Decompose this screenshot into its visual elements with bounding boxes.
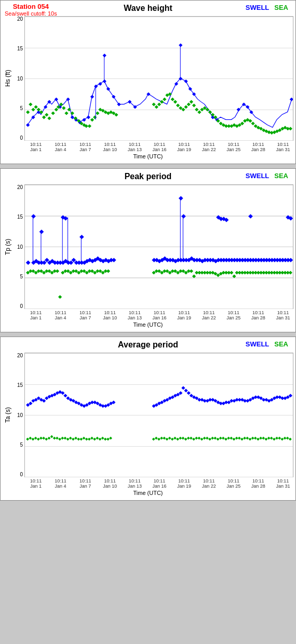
avg-period-chart: Average period SWELL SEA Ta (s) 20 15 10… xyxy=(0,337,296,501)
sea-label: SEA xyxy=(274,340,288,348)
x-tick: 10:11 Jan 7 xyxy=(75,142,96,152)
svg-rect-402 xyxy=(29,437,32,440)
svg-rect-408 xyxy=(45,438,48,441)
peak-period-svg xyxy=(25,185,293,308)
grid-line xyxy=(25,477,293,477)
svg-rect-421 xyxy=(79,438,83,441)
wave-height-x-axis: 10:11 Jan 1 10:11 Jan 4 10:11 Jan 7 10:1… xyxy=(25,141,293,152)
svg-rect-48 xyxy=(62,106,65,110)
svg-rect-428 xyxy=(99,438,102,441)
svg-rect-416 xyxy=(66,438,70,441)
x-tick: 10:11 Jan 13 xyxy=(124,310,145,320)
x-tick: 10:11 Jan 1 xyxy=(25,310,46,320)
svg-rect-71 xyxy=(160,100,164,104)
svg-rect-443 xyxy=(179,437,182,440)
svg-rect-407 xyxy=(42,437,45,440)
svg-rect-434 xyxy=(155,437,158,440)
x-tick: 10:11 Jan 28 xyxy=(248,142,268,152)
peak-period-legend: SWELL SEA xyxy=(246,172,288,180)
svg-rect-76 xyxy=(173,100,177,104)
wave-height-legend: SWELL SEA xyxy=(246,4,288,11)
svg-rect-16 xyxy=(103,79,106,83)
svg-rect-448 xyxy=(192,438,195,441)
svg-rect-25 xyxy=(184,79,187,83)
svg-rect-0 xyxy=(26,123,30,127)
svg-rect-36 xyxy=(29,103,32,106)
svg-rect-245 xyxy=(58,295,62,299)
x-tick: 10:11 Jan 1 xyxy=(25,142,46,152)
svg-rect-476 xyxy=(267,437,271,440)
svg-rect-34 xyxy=(290,98,293,101)
svg-rect-460 xyxy=(224,438,227,441)
x-tick: 10:11 Jan 31 xyxy=(273,310,293,320)
svg-rect-124 xyxy=(179,44,182,47)
svg-rect-57 xyxy=(88,124,91,128)
svg-rect-119 xyxy=(289,127,292,130)
svg-rect-68 xyxy=(152,103,156,106)
avg-period-x-title: Time (UTC) xyxy=(3,490,293,496)
svg-rect-442 xyxy=(176,438,179,441)
svg-rect-429 xyxy=(101,437,104,440)
sea-label: SEA xyxy=(274,4,288,11)
svg-rect-422 xyxy=(83,437,86,440)
svg-rect-482 xyxy=(284,437,287,440)
svg-rect-361 xyxy=(184,388,187,392)
wave-height-y-ticks: 20 15 10 5 0 xyxy=(13,16,24,141)
svg-rect-426 xyxy=(93,438,96,441)
x-tick: 10:11 Jan 22 xyxy=(198,478,219,489)
svg-rect-474 xyxy=(262,437,265,440)
wave-height-svg xyxy=(25,17,293,140)
svg-rect-444 xyxy=(182,437,185,440)
station-info: Station 054 Sea/swell cutoff: 10s xyxy=(5,3,57,17)
peak-period-y-ticks: 20 15 10 5 0 xyxy=(13,184,24,309)
avg-period-y-ticks: 20 15 10 5 0 xyxy=(13,353,24,477)
avg-period-svg xyxy=(25,353,293,477)
svg-rect-360 xyxy=(181,386,185,390)
x-tick: 10:11 Jan 10 xyxy=(100,142,120,152)
wave-height-x-title: Time (UTC) xyxy=(3,153,293,159)
svg-rect-90 xyxy=(211,113,214,116)
svg-rect-406 xyxy=(39,437,43,440)
svg-rect-472 xyxy=(257,438,260,441)
svg-rect-420 xyxy=(77,438,80,441)
svg-rect-17 xyxy=(106,87,110,91)
svg-rect-409 xyxy=(48,437,51,440)
svg-rect-13 xyxy=(90,95,94,99)
x-tick: 10:11 Jan 4 xyxy=(50,478,71,489)
svg-rect-424 xyxy=(88,438,91,441)
svg-rect-411 xyxy=(53,437,56,440)
svg-rect-81 xyxy=(187,103,191,106)
svg-rect-404 xyxy=(34,437,37,440)
svg-rect-263 xyxy=(106,270,110,273)
x-tick: 10:11 Jan 25 xyxy=(223,142,244,152)
x-tick: 10:11 Jan 28 xyxy=(248,478,268,489)
x-tick: 10:11 Jan 10 xyxy=(100,310,120,320)
sea-label: SEA xyxy=(274,172,288,180)
svg-rect-244 xyxy=(56,270,59,273)
svg-rect-423 xyxy=(85,438,88,441)
wave-height-plot xyxy=(24,16,293,141)
svg-rect-459 xyxy=(222,437,225,440)
svg-rect-440 xyxy=(171,438,174,441)
svg-rect-430 xyxy=(104,438,107,441)
svg-rect-418 xyxy=(72,438,75,441)
svg-rect-401 xyxy=(26,438,29,441)
x-tick: 10:11 Jan 13 xyxy=(124,478,145,489)
svg-rect-405 xyxy=(37,438,40,441)
x-tick: 10:11 Jan 4 xyxy=(50,142,71,152)
svg-rect-473 xyxy=(259,437,262,440)
grid-line xyxy=(25,140,293,141)
peak-period-x-axis: 10:11 Jan 1 10:11 Jan 4 10:11 Jan 7 10:1… xyxy=(25,309,293,320)
svg-rect-70 xyxy=(157,103,161,106)
x-tick: 10:11 Jan 31 xyxy=(273,478,293,489)
x-tick: 10:11 Jan 4 xyxy=(50,310,71,320)
svg-rect-362 xyxy=(187,391,191,395)
svg-rect-464 xyxy=(235,437,238,440)
svg-rect-467 xyxy=(243,437,246,440)
svg-rect-41 xyxy=(42,115,46,119)
svg-rect-105 xyxy=(251,122,254,125)
svg-rect-413 xyxy=(58,438,61,441)
svg-rect-456 xyxy=(213,437,217,440)
svg-rect-449 xyxy=(195,437,198,440)
svg-rect-484 xyxy=(289,438,292,441)
